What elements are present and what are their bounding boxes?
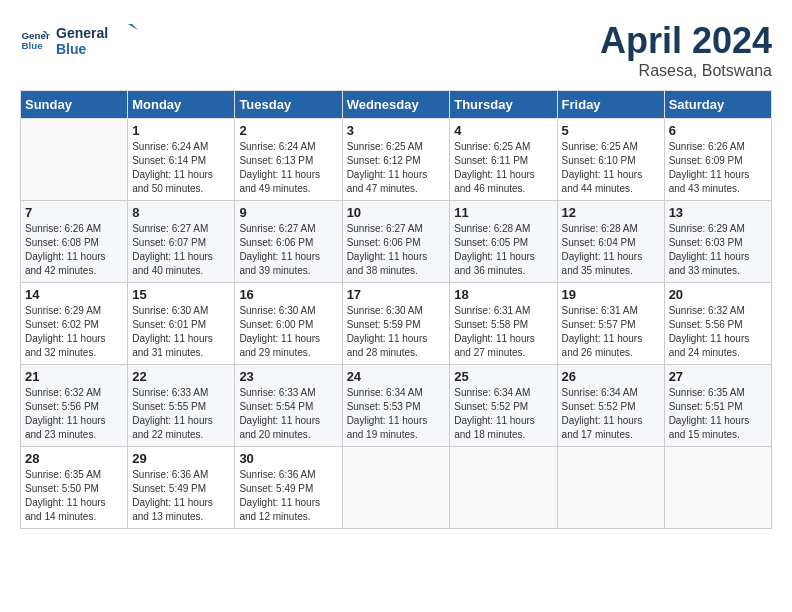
calendar-day-cell: 22Sunrise: 6:33 AMSunset: 5:55 PMDayligh… bbox=[128, 365, 235, 447]
day-info: Sunrise: 6:34 AMSunset: 5:52 PMDaylight:… bbox=[454, 386, 552, 442]
day-number: 14 bbox=[25, 287, 123, 302]
weekday-header-cell: Thursday bbox=[450, 91, 557, 119]
calendar-day-cell: 4Sunrise: 6:25 AMSunset: 6:11 PMDaylight… bbox=[450, 119, 557, 201]
day-number: 27 bbox=[669, 369, 767, 384]
day-number: 11 bbox=[454, 205, 552, 220]
day-number: 19 bbox=[562, 287, 660, 302]
weekday-header-cell: Friday bbox=[557, 91, 664, 119]
weekday-header-cell: Monday bbox=[128, 91, 235, 119]
day-info: Sunrise: 6:30 AMSunset: 6:01 PMDaylight:… bbox=[132, 304, 230, 360]
calendar-day-cell: 3Sunrise: 6:25 AMSunset: 6:12 PMDaylight… bbox=[342, 119, 450, 201]
calendar-day-cell: 26Sunrise: 6:34 AMSunset: 5:52 PMDayligh… bbox=[557, 365, 664, 447]
day-info: Sunrise: 6:34 AMSunset: 5:52 PMDaylight:… bbox=[562, 386, 660, 442]
calendar-day-cell: 5Sunrise: 6:25 AMSunset: 6:10 PMDaylight… bbox=[557, 119, 664, 201]
day-info: Sunrise: 6:30 AMSunset: 5:59 PMDaylight:… bbox=[347, 304, 446, 360]
day-number: 13 bbox=[669, 205, 767, 220]
day-number: 6 bbox=[669, 123, 767, 138]
weekday-header-cell: Saturday bbox=[664, 91, 771, 119]
day-info: Sunrise: 6:25 AMSunset: 6:12 PMDaylight:… bbox=[347, 140, 446, 196]
day-info: Sunrise: 6:27 AMSunset: 6:07 PMDaylight:… bbox=[132, 222, 230, 278]
day-info: Sunrise: 6:25 AMSunset: 6:11 PMDaylight:… bbox=[454, 140, 552, 196]
location-subtitle: Rasesa, Botswana bbox=[600, 62, 772, 80]
page-header: General Blue General Blue April 2024 Ras… bbox=[20, 20, 772, 80]
day-info: Sunrise: 6:33 AMSunset: 5:55 PMDaylight:… bbox=[132, 386, 230, 442]
logo-icon: General Blue bbox=[20, 25, 50, 55]
svg-text:Blue: Blue bbox=[22, 40, 44, 51]
weekday-header-cell: Tuesday bbox=[235, 91, 342, 119]
day-info: Sunrise: 6:26 AMSunset: 6:08 PMDaylight:… bbox=[25, 222, 123, 278]
weekday-header-cell: Wednesday bbox=[342, 91, 450, 119]
day-info: Sunrise: 6:30 AMSunset: 6:00 PMDaylight:… bbox=[239, 304, 337, 360]
calendar-day-cell: 19Sunrise: 6:31 AMSunset: 5:57 PMDayligh… bbox=[557, 283, 664, 365]
day-number: 25 bbox=[454, 369, 552, 384]
day-info: Sunrise: 6:31 AMSunset: 5:57 PMDaylight:… bbox=[562, 304, 660, 360]
calendar-day-cell bbox=[557, 447, 664, 529]
calendar-day-cell bbox=[450, 447, 557, 529]
weekday-header-row: SundayMondayTuesdayWednesdayThursdayFrid… bbox=[21, 91, 772, 119]
day-number: 16 bbox=[239, 287, 337, 302]
day-info: Sunrise: 6:25 AMSunset: 6:10 PMDaylight:… bbox=[562, 140, 660, 196]
calendar-day-cell: 21Sunrise: 6:32 AMSunset: 5:56 PMDayligh… bbox=[21, 365, 128, 447]
day-number: 10 bbox=[347, 205, 446, 220]
day-info: Sunrise: 6:32 AMSunset: 5:56 PMDaylight:… bbox=[25, 386, 123, 442]
day-number: 3 bbox=[347, 123, 446, 138]
calendar-day-cell: 16Sunrise: 6:30 AMSunset: 6:00 PMDayligh… bbox=[235, 283, 342, 365]
calendar-day-cell: 8Sunrise: 6:27 AMSunset: 6:07 PMDaylight… bbox=[128, 201, 235, 283]
calendar-day-cell: 20Sunrise: 6:32 AMSunset: 5:56 PMDayligh… bbox=[664, 283, 771, 365]
day-info: Sunrise: 6:33 AMSunset: 5:54 PMDaylight:… bbox=[239, 386, 337, 442]
day-info: Sunrise: 6:29 AMSunset: 6:02 PMDaylight:… bbox=[25, 304, 123, 360]
calendar-day-cell bbox=[664, 447, 771, 529]
calendar-day-cell: 24Sunrise: 6:34 AMSunset: 5:53 PMDayligh… bbox=[342, 365, 450, 447]
calendar-day-cell: 14Sunrise: 6:29 AMSunset: 6:02 PMDayligh… bbox=[21, 283, 128, 365]
calendar-table: SundayMondayTuesdayWednesdayThursdayFrid… bbox=[20, 90, 772, 529]
day-info: Sunrise: 6:27 AMSunset: 6:06 PMDaylight:… bbox=[239, 222, 337, 278]
day-info: Sunrise: 6:28 AMSunset: 6:05 PMDaylight:… bbox=[454, 222, 552, 278]
svg-text:General: General bbox=[22, 30, 51, 41]
calendar-day-cell: 27Sunrise: 6:35 AMSunset: 5:51 PMDayligh… bbox=[664, 365, 771, 447]
day-number: 2 bbox=[239, 123, 337, 138]
day-number: 26 bbox=[562, 369, 660, 384]
svg-marker-5 bbox=[128, 24, 138, 30]
calendar-day-cell: 23Sunrise: 6:33 AMSunset: 5:54 PMDayligh… bbox=[235, 365, 342, 447]
day-info: Sunrise: 6:35 AMSunset: 5:50 PMDaylight:… bbox=[25, 468, 123, 524]
day-info: Sunrise: 6:29 AMSunset: 6:03 PMDaylight:… bbox=[669, 222, 767, 278]
day-info: Sunrise: 6:24 AMSunset: 6:13 PMDaylight:… bbox=[239, 140, 337, 196]
day-number: 15 bbox=[132, 287, 230, 302]
day-number: 21 bbox=[25, 369, 123, 384]
day-info: Sunrise: 6:24 AMSunset: 6:14 PMDaylight:… bbox=[132, 140, 230, 196]
month-title: April 2024 bbox=[600, 20, 772, 62]
day-number: 7 bbox=[25, 205, 123, 220]
day-number: 24 bbox=[347, 369, 446, 384]
calendar-day-cell bbox=[21, 119, 128, 201]
day-info: Sunrise: 6:26 AMSunset: 6:09 PMDaylight:… bbox=[669, 140, 767, 196]
day-number: 5 bbox=[562, 123, 660, 138]
calendar-body: 1Sunrise: 6:24 AMSunset: 6:14 PMDaylight… bbox=[21, 119, 772, 529]
day-number: 23 bbox=[239, 369, 337, 384]
calendar-day-cell: 30Sunrise: 6:36 AMSunset: 5:49 PMDayligh… bbox=[235, 447, 342, 529]
logo-svg: General Blue bbox=[56, 20, 146, 60]
calendar-day-cell: 25Sunrise: 6:34 AMSunset: 5:52 PMDayligh… bbox=[450, 365, 557, 447]
weekday-header-cell: Sunday bbox=[21, 91, 128, 119]
day-number: 8 bbox=[132, 205, 230, 220]
calendar-week-row: 21Sunrise: 6:32 AMSunset: 5:56 PMDayligh… bbox=[21, 365, 772, 447]
calendar-week-row: 14Sunrise: 6:29 AMSunset: 6:02 PMDayligh… bbox=[21, 283, 772, 365]
day-info: Sunrise: 6:36 AMSunset: 5:49 PMDaylight:… bbox=[132, 468, 230, 524]
day-number: 29 bbox=[132, 451, 230, 466]
calendar-day-cell: 2Sunrise: 6:24 AMSunset: 6:13 PMDaylight… bbox=[235, 119, 342, 201]
day-info: Sunrise: 6:32 AMSunset: 5:56 PMDaylight:… bbox=[669, 304, 767, 360]
day-number: 20 bbox=[669, 287, 767, 302]
calendar-day-cell: 29Sunrise: 6:36 AMSunset: 5:49 PMDayligh… bbox=[128, 447, 235, 529]
calendar-day-cell: 6Sunrise: 6:26 AMSunset: 6:09 PMDaylight… bbox=[664, 119, 771, 201]
calendar-day-cell bbox=[342, 447, 450, 529]
day-info: Sunrise: 6:35 AMSunset: 5:51 PMDaylight:… bbox=[669, 386, 767, 442]
calendar-week-row: 1Sunrise: 6:24 AMSunset: 6:14 PMDaylight… bbox=[21, 119, 772, 201]
day-number: 1 bbox=[132, 123, 230, 138]
day-number: 18 bbox=[454, 287, 552, 302]
calendar-day-cell: 7Sunrise: 6:26 AMSunset: 6:08 PMDaylight… bbox=[21, 201, 128, 283]
calendar-day-cell: 12Sunrise: 6:28 AMSunset: 6:04 PMDayligh… bbox=[557, 201, 664, 283]
day-number: 28 bbox=[25, 451, 123, 466]
calendar-day-cell: 1Sunrise: 6:24 AMSunset: 6:14 PMDaylight… bbox=[128, 119, 235, 201]
title-block: April 2024 Rasesa, Botswana bbox=[600, 20, 772, 80]
day-info: Sunrise: 6:36 AMSunset: 5:49 PMDaylight:… bbox=[239, 468, 337, 524]
calendar-day-cell: 10Sunrise: 6:27 AMSunset: 6:06 PMDayligh… bbox=[342, 201, 450, 283]
